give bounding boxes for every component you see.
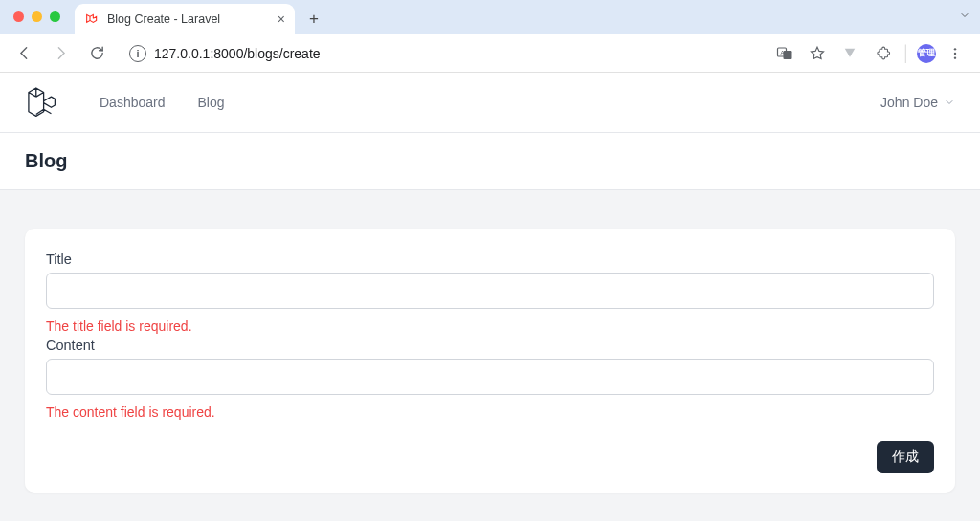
title-label: Title bbox=[46, 252, 934, 267]
submit-button[interactable]: 作成 bbox=[877, 441, 934, 473]
chevron-down-icon[interactable] bbox=[959, 10, 970, 24]
tab-title: Blog Create - Laravel bbox=[107, 12, 270, 26]
browser-tab[interactable]: Blog Create - Laravel × bbox=[75, 4, 295, 34]
site-info-icon[interactable]: i bbox=[129, 45, 146, 62]
app-nav: Dashboard Blog John Doe bbox=[0, 73, 980, 133]
tab-strip: Blog Create - Laravel × + bbox=[0, 0, 980, 34]
kebab-menu-icon[interactable] bbox=[942, 40, 969, 67]
toolbar-right: A │ 管理 bbox=[771, 40, 970, 67]
content-error: The content field is required. bbox=[46, 405, 934, 420]
window-close-icon[interactable] bbox=[13, 11, 24, 22]
extension-v-icon[interactable] bbox=[836, 40, 863, 67]
browser-chrome: Blog Create - Laravel × + i 127.0.0.1:80… bbox=[0, 0, 980, 73]
extensions-puzzle-icon[interactable] bbox=[869, 40, 896, 67]
field-content: Content The content field is required. bbox=[46, 338, 934, 420]
browser-toolbar: i 127.0.0.1:8000/blogs/create A │ 管理 bbox=[0, 34, 980, 73]
address-bar[interactable]: i 127.0.0.1:8000/blogs/create bbox=[119, 39, 764, 68]
nav-link-dashboard[interactable]: Dashboard bbox=[100, 95, 166, 110]
reload-button[interactable] bbox=[82, 39, 111, 68]
window-minimize-icon[interactable] bbox=[32, 11, 42, 22]
nav-links: Dashboard Blog bbox=[100, 95, 225, 110]
svg-point-5 bbox=[954, 56, 956, 58]
forward-button[interactable] bbox=[46, 39, 75, 68]
content-input[interactable] bbox=[46, 359, 934, 395]
page-header: Blog bbox=[0, 133, 980, 190]
svg-point-3 bbox=[954, 48, 956, 50]
profile-avatar[interactable]: 管理 bbox=[917, 44, 936, 63]
nav-link-blog[interactable]: Blog bbox=[198, 95, 225, 110]
page-body: Title The title field is required. Conte… bbox=[0, 190, 980, 521]
url-text: 127.0.0.1:8000/blogs/create bbox=[154, 46, 321, 61]
field-title: Title The title field is required. bbox=[46, 252, 934, 334]
tab-close-icon[interactable]: × bbox=[278, 11, 285, 27]
toolbar-divider: │ bbox=[902, 45, 911, 62]
favicon-laravel-icon bbox=[84, 11, 100, 27]
title-error: The title field is required. bbox=[46, 318, 934, 334]
back-button[interactable] bbox=[10, 39, 38, 68]
svg-point-4 bbox=[954, 52, 956, 54]
translate-icon[interactable]: A bbox=[771, 40, 798, 67]
chevron-down-icon bbox=[944, 97, 955, 108]
window-controls bbox=[13, 11, 60, 22]
bookmark-star-icon[interactable] bbox=[804, 40, 831, 67]
form-card: Title The title field is required. Conte… bbox=[25, 229, 955, 493]
user-name: John Doe bbox=[880, 95, 938, 110]
svg-text:A: A bbox=[781, 49, 785, 55]
svg-rect-1 bbox=[784, 51, 792, 59]
user-menu[interactable]: John Doe bbox=[880, 95, 955, 110]
page-title: Blog bbox=[25, 150, 955, 172]
window-maximize-icon[interactable] bbox=[50, 11, 60, 22]
new-tab-button[interactable]: + bbox=[301, 6, 327, 33]
title-input[interactable] bbox=[46, 273, 934, 309]
form-actions: 作成 bbox=[46, 441, 934, 473]
content-label: Content bbox=[46, 338, 934, 353]
app-logo-icon[interactable] bbox=[25, 86, 57, 119]
